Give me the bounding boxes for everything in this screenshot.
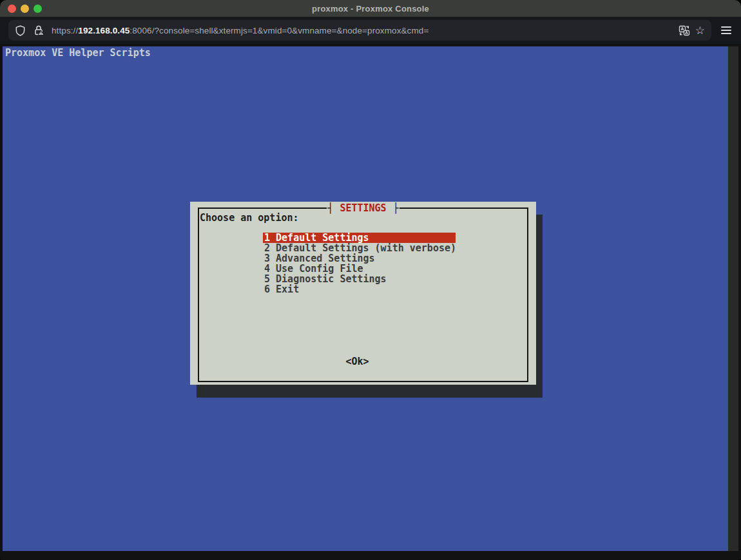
terminal-header-text: Proxmox VE Helper Scripts	[5, 48, 151, 59]
shield-icon[interactable]	[15, 25, 26, 36]
page-background: Proxmox VE Helper Scripts ┤SETTINGS├ Cho…	[0, 44, 741, 560]
settings-menu: 1 Default Settings2 Default Settings (wi…	[263, 233, 456, 294]
url-bar[interactable]: https://192.168.0.45:8006/?console=shell…	[8, 20, 711, 41]
url-path: :8006/?console=shell&xtermjs=1&vmid=0&vm…	[130, 26, 428, 35]
url-text: https://192.168.0.45:8006/?console=shell…	[52, 26, 673, 35]
browser-toolbar: https://192.168.0.45:8006/?console=shell…	[0, 17, 741, 44]
menu-item[interactable]: 2 Default Settings (with verbose)	[263, 243, 456, 253]
url-scheme: https://	[52, 26, 78, 35]
menu-item[interactable]: 1 Default Settings	[263, 233, 456, 243]
maximize-window-button[interactable]	[34, 5, 42, 13]
terminal-scrollbar[interactable]	[728, 46, 738, 551]
menu-item[interactable]: 6 Exit	[263, 284, 456, 294]
browser-window: proxmox - Proxmox Console https://192.16…	[0, 0, 741, 560]
menu-item[interactable]: 5 Diagnostic Settings	[263, 274, 456, 284]
titlebar: proxmox - Proxmox Console	[0, 0, 741, 17]
traffic-lights	[8, 5, 42, 13]
settings-dialog: ┤SETTINGS├ Choose an option: 1 Default S…	[190, 202, 536, 385]
translate-icon[interactable]	[678, 25, 690, 36]
dialog-title-text: SETTINGS	[333, 202, 392, 214]
terminal-screen[interactable]: Proxmox VE Helper Scripts ┤SETTINGS├ Cho…	[3, 46, 728, 551]
ok-button[interactable]: <Ok>	[190, 356, 524, 367]
dialog-prompt: Choose an option:	[200, 213, 299, 223]
border-tee-right: ├	[393, 202, 399, 214]
close-window-button[interactable]	[8, 5, 16, 13]
hamburger-menu-icon[interactable]	[711, 17, 741, 44]
minimize-window-button[interactable]	[21, 5, 29, 13]
window-title: proxmox - Proxmox Console	[0, 0, 741, 17]
bookmark-star-icon[interactable]: ☆	[695, 25, 705, 36]
menu-item[interactable]: 3 Advanced Settings	[263, 253, 456, 264]
lock-warning-icon[interactable]	[33, 24, 44, 36]
menu-item[interactable]: 4 Use Config File	[263, 264, 456, 274]
url-host: 192.168.0.45	[78, 26, 130, 35]
